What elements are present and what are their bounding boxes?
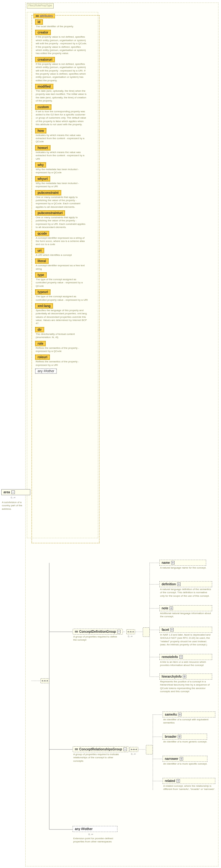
desc: A group of properties required to define… bbox=[73, 634, 117, 642]
attribute-role: role Refines the semantics of the proper… bbox=[35, 341, 97, 353]
element-area[interactable]: area bbox=[1, 489, 30, 495]
element-definition[interactable]: definition bbox=[159, 581, 212, 587]
attribute-howuri: howuri Indicates by which means the valu… bbox=[35, 145, 97, 161]
attribute-desc: A URI which identifies a concept bbox=[35, 253, 88, 257]
choice-cdg bbox=[143, 627, 150, 637]
attribute-label: modified bbox=[35, 84, 53, 89]
attribute-literal: literal A concept identifier expressed a… bbox=[35, 258, 97, 271]
cardinality: 0..∞ bbox=[131, 752, 136, 755]
attribute-label: pubconstraint bbox=[35, 190, 61, 195]
desc: Extension point for provider-defined pro… bbox=[73, 836, 117, 844]
expand-icon[interactable] bbox=[179, 655, 183, 659]
element-sameas[interactable]: sameAs bbox=[162, 711, 215, 717]
attribute-uri: uri A URI which identifies a concept bbox=[35, 248, 97, 257]
attribute-desc: Why the metadata has been included - exp… bbox=[35, 182, 88, 188]
attribute-pubconstraint: pubconstraint One or many constraints th… bbox=[35, 190, 97, 209]
attribute-xml-lang: xml:lang Specifies the language of this … bbox=[35, 303, 97, 326]
expand-icon[interactable] bbox=[170, 607, 173, 610]
any-other-1: any ##other bbox=[35, 368, 57, 374]
element-remoteinfo[interactable]: remoteInfo bbox=[159, 654, 212, 660]
attribute-label: type bbox=[35, 272, 47, 278]
desc: Represents the position of a concept in … bbox=[159, 680, 212, 693]
attribute-desc: Specifies the language of this property … bbox=[35, 309, 88, 326]
attribute-label: typeuri bbox=[35, 289, 50, 295]
element-broader[interactable]: broader bbox=[162, 734, 207, 740]
attribute-creatoruri: creatoruri If the property value is not … bbox=[35, 57, 97, 82]
sequence-main bbox=[40, 678, 49, 683]
element-name[interactable]: name bbox=[159, 560, 206, 566]
attribute-desc: If the property value is not defined, sp… bbox=[35, 35, 88, 55]
list-icon bbox=[75, 748, 78, 750]
attribute-label: literal bbox=[35, 258, 49, 264]
cardinality: 0..∞ bbox=[128, 635, 133, 638]
element-note[interactable]: note bbox=[159, 605, 212, 611]
desc: A related concept, where the relationshi… bbox=[162, 784, 215, 791]
attribute-label: roleuri bbox=[35, 354, 50, 360]
attribute-label: creatoruri bbox=[35, 57, 55, 62]
choice-crg bbox=[146, 745, 153, 754]
attribute-creator: creator If the property value is not def… bbox=[35, 30, 97, 55]
expand-icon[interactable] bbox=[123, 747, 127, 751]
desc: A link to an item or a web resource whic… bbox=[159, 660, 212, 667]
attribute-desc: Indicates by which means the value was e… bbox=[35, 151, 88, 161]
expand-icon[interactable] bbox=[117, 630, 121, 633]
attribute-desc: The type of the concept assigned as cont… bbox=[35, 295, 88, 302]
expand-icon[interactable] bbox=[177, 583, 181, 586]
element-hierarchyinfo[interactable]: hierarchyInfo bbox=[159, 674, 212, 680]
expand-icon[interactable] bbox=[178, 735, 181, 738]
attribute-qcode: qcode A concept identifier expressed as … bbox=[35, 231, 97, 246]
attribute-label: custom bbox=[35, 104, 51, 110]
desc: A group of properties required to indica… bbox=[73, 752, 122, 763]
attribute-whyuri: whyuri Why the metadata has been include… bbox=[35, 176, 97, 188]
expand-icon[interactable] bbox=[11, 491, 15, 494]
expand-icon[interactable] bbox=[183, 675, 186, 678]
attribute-dir: dir The directionality of textual conten… bbox=[35, 327, 97, 339]
cardinality: 0..∞ bbox=[88, 833, 93, 836]
desc: An identifier of a concept with equivale… bbox=[162, 717, 215, 725]
attribute-how: how Indicates by which means the value w… bbox=[35, 128, 97, 144]
attribute-label: role bbox=[35, 341, 46, 346]
attribute-desc: Refines the semantics of the property - … bbox=[35, 360, 88, 367]
attribute-desc: Why the metadata has been included - exp… bbox=[35, 167, 88, 175]
element-related[interactable]: related bbox=[162, 778, 215, 784]
group-conceptrelationships[interactable]: ConceptRelationshipsGroup bbox=[73, 746, 129, 752]
desc: An identifier of a more specific concept… bbox=[162, 762, 208, 766]
attribute-id: id The local identifier of the property. bbox=[35, 19, 97, 28]
attribute-label: creator bbox=[35, 30, 51, 35]
list-icon bbox=[75, 631, 78, 633]
element-facet[interactable]: facet bbox=[159, 627, 212, 633]
list-icon bbox=[36, 15, 39, 17]
attribute-modified: modified The date (and, optionally, the … bbox=[35, 84, 97, 103]
attribute-label: xml:lang bbox=[35, 303, 53, 309]
expand-icon[interactable] bbox=[178, 713, 182, 716]
attribute-desc: The type of the concept assigned as cont… bbox=[35, 278, 88, 288]
expand-icon[interactable] bbox=[177, 779, 180, 783]
desc: A natural language definition of the sem… bbox=[159, 587, 212, 598]
attribute-why: why Why the metadata has been included -… bbox=[35, 162, 97, 175]
attribute-custom: custom If set to true the corresponding … bbox=[35, 104, 97, 126]
attribute-desc: The local identifier of the property. bbox=[35, 25, 88, 28]
attribute-label: dir bbox=[35, 327, 44, 332]
expand-icon[interactable] bbox=[170, 628, 174, 631]
desc-area: A subdivision of a country part of the a… bbox=[1, 500, 30, 511]
attribute-typeuri: typeuri The type of the concept assigned… bbox=[35, 289, 97, 302]
element-narrower[interactable]: narrower bbox=[162, 756, 208, 762]
attribute-desc: One or many constraints that apply to pu… bbox=[35, 195, 88, 209]
attribute-desc: If set to true the corresponding propert… bbox=[35, 110, 88, 126]
attribute-label: pubconstrainturi bbox=[35, 210, 65, 216]
expand-icon[interactable] bbox=[171, 561, 175, 564]
cardinality: 0..∞ bbox=[11, 496, 15, 499]
attribute-desc: Refines the semantics of the property - … bbox=[35, 346, 88, 353]
expand-icon[interactable] bbox=[180, 757, 183, 761]
attribute-label: qcode bbox=[35, 231, 49, 236]
attribute-desc: If the property value is not defined, sp… bbox=[35, 62, 88, 82]
attribute-desc: Indicates by which means the value was e… bbox=[35, 133, 88, 144]
attribute-label: id bbox=[35, 19, 43, 25]
attribute-desc: The date (and, optionally, the time) whe… bbox=[35, 89, 88, 103]
attribute-desc: A concept identifier expressed as a stri… bbox=[35, 236, 88, 246]
attributes-header: attributes bbox=[33, 13, 55, 18]
group-conceptdefinition[interactable]: ConceptDefinitionGroup bbox=[73, 629, 123, 634]
attribute-desc: The directionality of textual content (e… bbox=[35, 332, 88, 339]
attribute-label: whyuri bbox=[35, 176, 50, 182]
attribute-type: type The type of the concept assigned as… bbox=[35, 272, 97, 288]
